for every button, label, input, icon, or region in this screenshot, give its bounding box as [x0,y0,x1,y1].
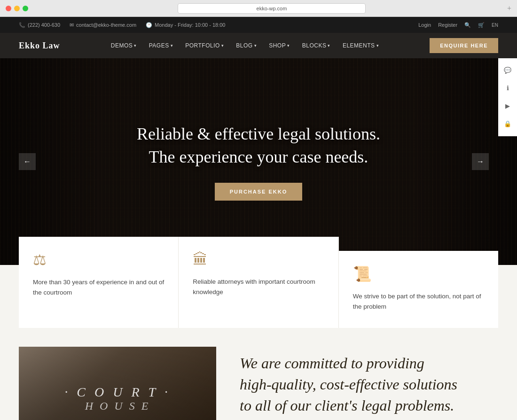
clock-icon: 🕐 [146,22,152,28]
email-icon: ✉ [70,22,74,28]
search-icon[interactable]: 🔍 [464,22,471,28]
commitment-title: We are committed to providing high-quali… [240,353,457,416]
courthouse-icon: 🏛 [193,251,324,268]
features-section: ⚖ More than 30 years of experience in an… [0,265,517,328]
traffic-lights [6,6,28,11]
feature-text-1: More than 30 years of experience in and … [33,277,164,297]
feature-text-3: We strive to be part of the solution, no… [353,291,484,311]
side-panel-lock[interactable]: 🔒 [498,116,517,132]
nav-item-elements[interactable]: ELEMENTS ▾ [338,39,384,52]
hero-next-button[interactable]: → [472,153,489,170]
new-tab-button[interactable]: + [507,4,511,13]
commitment-line2: high-quality, cost-effective solutions [240,376,457,393]
register-link[interactable]: Register [438,22,457,28]
nav-item-portfolio[interactable]: PORTFOLIO ▾ [180,39,228,52]
court-image-text: · C O U R T · H O U S E [19,375,216,420]
court-text-top: · C O U R T · [28,385,207,400]
feature-card-1: ⚖ More than 30 years of experience in an… [19,237,179,328]
feature-card-3: 📜 We strive to be part of the solution, … [339,251,498,328]
side-panel-info[interactable]: ℹ [498,80,517,97]
hero-section: ← Reliable & effective legal solutions. … [0,58,517,265]
top-bar: 📞 (222) 400-630 ✉ contact@ekko-theme.com… [0,17,517,33]
feature-card-2: 🏛 Reliable attorneys with important cour… [179,237,338,328]
cart-icon[interactable]: 🛒 [478,22,485,28]
hero-title: Reliable & effective legal solutions. Th… [137,123,380,168]
email-address: contact@ekko-theme.com [76,22,136,28]
website: 📞 (222) 400-630 ✉ contact@ekko-theme.com… [0,17,517,420]
nav-menu: DEMOS ▾ PAGES ▾ PORTFOLIO ▾ BLOG ▾ SHOP … [106,39,384,52]
scales-icon: ⚖ [33,251,164,269]
side-panel: 💬 ℹ ▶ 🔒 [498,58,517,136]
feature-text-2: Reliable attorneys with important courtr… [193,277,324,297]
scroll-icon: 📜 [353,265,484,283]
nav-item-blog[interactable]: BLOG ▾ [231,39,261,52]
court-text-bottom: H O U S E [28,400,207,412]
main-navigation: Ekko Law DEMOS ▾ PAGES ▾ PORTFOLIO ▾ BLO… [0,33,517,58]
hero-title-line1: Reliable & effective legal solutions. [137,123,380,146]
browser-chrome: ekko-wp.com + [0,0,517,17]
hero-content: Reliable & effective legal solutions. Th… [137,123,380,200]
left-arrow-icon: ← [24,157,31,166]
top-bar-right: Login Register 🔍 🛒 EN [418,22,498,28]
language-flag[interactable]: EN [492,23,498,28]
commitment-line1: We are committed to providing [240,355,424,372]
hero-title-line2: The experience your case needs. [137,146,380,169]
login-link[interactable]: Login [418,22,431,28]
side-panel-chat[interactable]: 💬 [498,62,517,79]
hero-prev-button[interactable]: ← [19,153,36,170]
url-text: ekko-wp.com [257,6,287,11]
email-info: ✉ contact@ekko-theme.com [70,22,136,28]
nav-item-demos[interactable]: DEMOS ▾ [106,39,141,52]
side-panel-play[interactable]: ▶ [498,98,517,115]
nav-item-shop[interactable]: SHOP ▾ [264,39,295,52]
phone-info: 📞 (222) 400-630 [19,22,60,28]
maximize-button[interactable] [23,6,28,11]
commitment-line3: to all of our client's legal problems. [240,397,454,414]
business-hours: Monday - Friday: 10:00 - 18:00 [155,22,225,28]
nav-item-blocks[interactable]: BLOCKS ▾ [298,39,335,52]
nav-item-pages[interactable]: PAGES ▾ [144,39,178,52]
site-logo[interactable]: Ekko Law [19,41,60,51]
minimize-button[interactable] [14,6,20,11]
top-bar-left: 📞 (222) 400-630 ✉ contact@ekko-theme.com… [19,22,225,28]
right-arrow-icon: → [477,157,484,166]
phone-icon: 📞 [19,22,25,28]
purchase-button[interactable]: PURCHASE EKKO [215,183,303,201]
phone-number: (222) 400-630 [28,22,60,28]
close-button[interactable] [6,6,11,11]
url-bar[interactable]: ekko-wp.com [178,3,366,14]
hours-info: 🕐 Monday - Friday: 10:00 - 18:00 [146,22,225,28]
commitment-section: · C O U R T · H O U S E We are committed… [0,328,517,420]
commitment-content: We are committed to providing high-quali… [240,347,498,420]
courthouse-image: · C O U R T · H O U S E [19,347,216,420]
enquire-button[interactable]: ENQUIRE HERE [430,38,498,53]
